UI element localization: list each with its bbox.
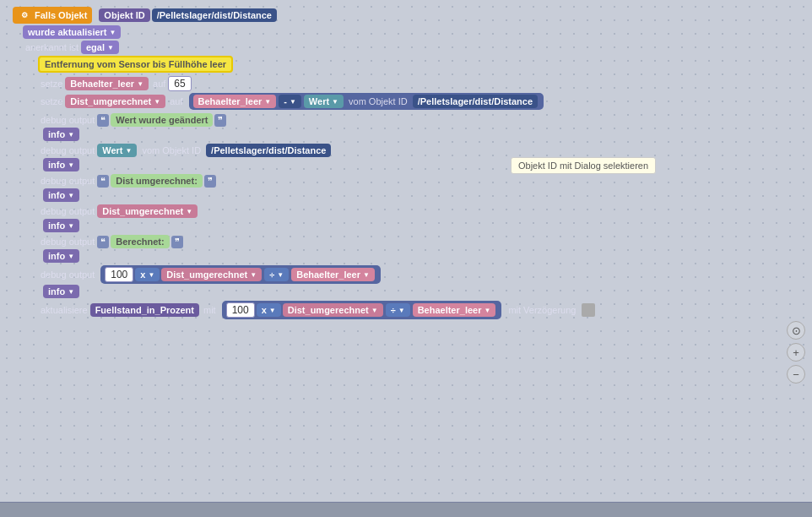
wert-pill-2[interactable]: Wert [97,144,137,157]
setze2-auf: auf [170,96,182,106]
num-100-2[interactable]: 100 [226,302,255,318]
setze2-row: setze Dist_umgerechnet auf Behaelter_lee… [13,93,781,110]
wurde-aktualisiert-pill[interactable]: wurde aktualisiert [23,25,121,39]
objekt-id-label: Objekt ID [104,10,144,20]
mit-verzoegerung-label: mit Verzögerung [508,305,576,315]
fuellstand-var[interactable]: Fuellstand_in_Prozent [90,303,199,317]
debug-3-content: Dist umgerechnet: [111,174,203,188]
falls-objekt-label: Falls Objekt [35,10,87,20]
info-pill-1[interactable]: info [43,128,79,141]
behaelter-var-akt[interactable]: Behaelter_leer [413,303,496,317]
objekt-id-3[interactable]: /Pelletslager/dist/Distance [206,144,331,157]
dist-var-akt-text: Dist_umgerechnet [288,305,369,315]
debug-output-5-label: debug output [41,237,95,247]
info-label-2: info [48,160,65,170]
close-quote-3: ❞ [204,175,216,188]
tooltip: Objekt ID mit Dialog selektieren [511,157,656,174]
debug-5-content: Berechnet: [111,235,169,248]
behaelter-var-6[interactable]: Behaelter_leer [291,268,375,281]
objekt-id-block[interactable]: Objekt ID [99,8,149,22]
yellow-label: Entfernung vom Sensor bis Füllhöhe leer [38,56,233,73]
info-row-3: info [38,188,781,202]
fuellstand-text: Fuellstand_in_Prozent [95,305,194,315]
aktualisiere-label: aktualisiere [41,305,88,315]
dist-var-6[interactable]: Dist_umgerechnet [161,268,262,281]
objekt-id-value[interactable]: /Pelletslager/dist/Distance [152,8,277,22]
debug-block-2: debug output Wert vom Objekt ID /Pellets… [13,144,781,171]
dist-var-4[interactable]: Dist_umgerechnet [97,204,198,218]
mit-label: mit [203,305,216,315]
behaelter-leer-var2[interactable]: Behaelter_leer [193,95,277,108]
info-pill-3[interactable]: info [43,188,79,202]
debug-block-5: debug output ❝ Berechnet: ❞ info [13,235,781,263]
egal-label: egal [86,42,105,52]
debug-1-text: Wert wurde geändert [116,115,208,125]
wert-pill[interactable]: Wert [304,95,344,108]
num-100-1[interactable]: 100 [105,267,133,282]
minus-label: - [284,96,287,106]
vom-label: vom Objekt ID [349,96,408,106]
debug-5-text: Berechnet: [116,237,164,247]
behaelter-var-akt-text: Behaelter_leer [418,305,482,315]
dist-var-4-text: Dist_umgerechnet [102,206,183,216]
info-pill-5[interactable]: info [43,249,79,263]
behaelter-leer-label: Behaelter_leer [70,79,134,89]
behaelter-var-6-text: Behaelter_leer [296,269,360,280]
op-div-1[interactable]: ÷ [264,268,289,281]
wert-2-label: Wert [102,145,122,155]
op-x-2-label: x [262,305,267,315]
debug-output-2-label: debug output [41,145,95,155]
egal-pill[interactable]: egal [81,41,119,54]
plus-icon: + [793,346,799,359]
bottom-bar [0,502,812,517]
zoom-in-button[interactable]: + [787,343,805,362]
objekt-id-value2[interactable]: /Pelletslager/dist/Distance [413,95,538,108]
setze1-auf: auf [153,79,165,89]
debug-block-1: debug output ❝ Wert wurde geändert ❞ inf… [13,113,781,141]
info-label-6: info [48,286,65,297]
close-quote-5: ❞ [171,236,183,248]
objekt-id-value2-text: /Pelletslager/dist/Distance [418,96,533,106]
info-label-3: info [48,190,65,200]
info-row-1: info [38,128,781,141]
target-button[interactable]: ⊙ [787,321,805,340]
wurde-aktualisiert-row: wurde aktualisiert [13,25,781,39]
dist-var-akt[interactable]: Dist_umgerechnet [283,303,383,317]
debug-output-1-label: debug output [41,115,95,125]
info-pill-6[interactable]: info [43,285,79,298]
info-label-4: info [48,220,65,231]
info-row-5: info [38,249,781,263]
dist-umgerechnet-label: Dist_umgerechnet [70,96,151,106]
setze2-label: setze [41,96,62,106]
debug-output-6-label: debug output [41,269,95,280]
op-div-1-label: ÷ [269,269,274,280]
info-label-5: info [48,251,65,261]
target-icon: ⊙ [792,324,801,337]
zoom-out-button[interactable]: − [787,365,805,384]
gear-icon: ⚙ [18,8,31,22]
op-x-1-label: x [140,269,145,280]
dist-umgerechnet-var[interactable]: Dist_umgerechnet [65,95,165,108]
tooltip-text: Objekt ID mit Dialog selektieren [518,161,648,171]
minus-op[interactable]: - [279,95,301,108]
info-row-2: info [38,158,781,171]
info-pill-4[interactable]: info [43,219,79,232]
value-65[interactable]: 65 [168,76,191,91]
op-x-1[interactable]: x [135,268,160,281]
op-x-2[interactable]: x [257,303,281,317]
open-quote-3: ❝ [97,175,109,188]
anerkannt-row: anerkannt ist egal [13,41,781,54]
objekt-id-value-text: /Pelletslager/dist/Distance [157,10,272,20]
dist-var-6-text: Dist_umgerechnet [166,269,247,280]
side-controls: ⊙ + − [787,321,805,384]
behaelter-leer-var[interactable]: Behaelter_leer [65,77,149,90]
debug-block-4: debug output Dist_umgerechnet info [13,204,781,232]
debug-output-3-label: debug output [41,176,95,186]
info-pill-2[interactable]: info [43,158,79,171]
falls-objekt-block[interactable]: ⚙ Falls Objekt [13,7,92,24]
info-row-6: info [38,285,781,298]
op-div-2[interactable]: ÷ [386,303,410,317]
open-quote-1: ❝ [97,114,109,127]
delay-checkbox[interactable] [582,303,595,317]
info-label-1: info [48,129,65,139]
